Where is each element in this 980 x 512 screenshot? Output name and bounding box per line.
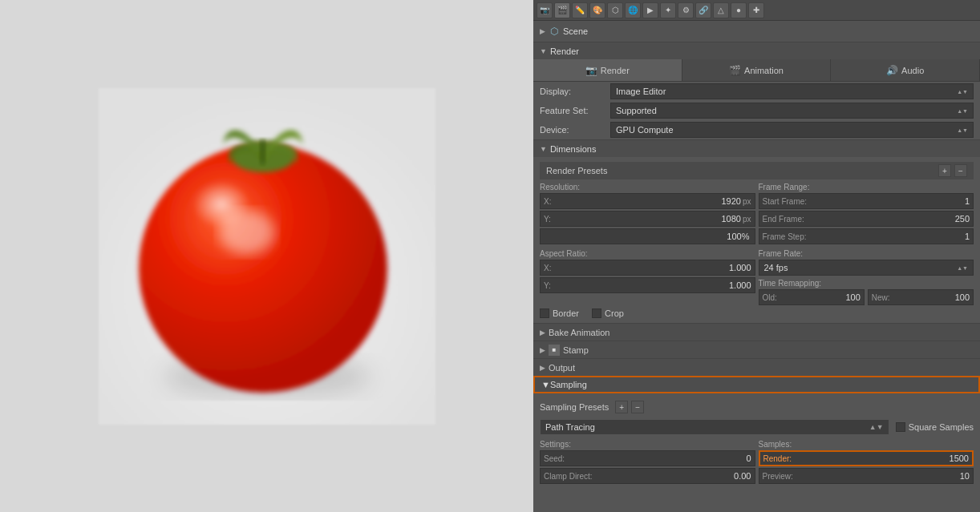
device-dropdown-arrows: ▲▼ [957,127,968,133]
toolbar-icon-extra[interactable]: ✚ [748,2,764,18]
frame-range-label: Frame Range: [759,181,974,193]
settings-header: Settings: [540,438,755,450]
toolbar-icon-physics[interactable]: ⚙ [678,2,694,18]
frame-step-field[interactable]: Frame Step: 1 [759,228,974,244]
display-dropdown[interactable]: Image Editor ▲▼ [610,83,974,99]
output-title: Output [549,363,575,373]
crop-check-item: Crop [592,308,624,318]
frame-step-label: Frame Step: [763,232,807,241]
square-samples-checkbox[interactable] [896,422,905,432]
presets-remove-btn[interactable]: − [954,164,967,177]
device-dropdown[interactable]: GPU Compute ▲▼ [610,122,974,138]
aspect-label: Aspect Ratio: [540,248,755,260]
toolbar-icon-camera[interactable]: 📷 [537,2,553,18]
feature-set-value: Supported [616,106,657,115]
svg-rect-6 [260,140,265,164]
sampling-presets-add[interactable]: + [615,401,628,413]
dropdown-arrows: ▲▼ [957,89,968,95]
output-section[interactable]: ▶ Output [533,358,980,376]
start-frame-value: 1 [810,196,970,206]
sampling-section: ▼ Sampling Sampling Presets + − Path Tra… [533,376,980,490]
path-tracing-row: Path Tracing ▲▼ Square Samples [533,417,980,437]
frame-rate-value: 24 fps [764,263,788,272]
render-tab-label: Render [601,66,630,75]
aspect-x-value: 1.000 [554,263,751,272]
render-section-header[interactable]: ▼ Render [533,42,980,59]
border-checkbox[interactable] [540,308,549,318]
toolbar-icon-brush[interactable]: ✏️ [572,2,588,18]
path-tracing-arrow: ▲▼ [869,423,884,431]
res-x-field[interactable]: X: 1920 px [540,193,755,209]
res-percent-value: 100% [727,232,749,241]
toolbar-icon-material[interactable]: ● [731,2,747,18]
toolbar-icon-constraints[interactable]: 🔗 [695,2,711,18]
border-check-item: Border [540,308,579,318]
render-tab-icon: 📷 [585,65,597,76]
svg-point-2 [139,144,387,393]
sampling-title: Sampling [550,380,587,389]
toolbar-icon-node[interactable]: ⬡ [607,2,623,18]
toolbar-icon-scene[interactable]: ▶ [642,2,658,18]
res-y-value: 1080 [554,214,741,224]
toolbar-icon-data[interactable]: △ [713,2,729,18]
resolution-label: Resolution: [540,181,755,193]
top-toolbar: 📷 🎬 ✏️ 🎨 ⬡ 🌐 ▶ ✦ ⚙ 🔗 △ ● ✚ [533,0,980,21]
crop-label: Crop [605,308,624,318]
old-field[interactable]: Old: 100 [759,289,865,305]
res-x-label: X: [544,197,551,206]
stamp-title: Stamp [563,345,589,355]
toolbar-icon-particles[interactable]: ✦ [660,2,676,18]
clamp-direct-field[interactable]: Clamp Direct: 0.00 [540,468,755,484]
properties-panel: 📷 🎬 ✏️ 🎨 ⬡ 🌐 ▶ ✦ ⚙ 🔗 △ ● ✚ ▶ ⬡ Scene ▼ R… [533,0,980,512]
aspect-y-value: 1.000 [554,280,751,290]
new-value: 100 [893,292,970,302]
sampling-header[interactable]: ▼ Sampling [533,376,980,393]
render-samples-field[interactable]: Render: 1500 [759,450,974,466]
tab-animation[interactable]: 🎬 Animation [682,59,832,81]
toolbar-icon-world[interactable]: 🌐 [625,2,641,18]
toolbar-icon-palette[interactable]: 🎨 [589,2,605,18]
tab-render[interactable]: 📷 Render [533,59,682,81]
tab-audio[interactable]: 🔊 Audio [831,59,980,81]
samples-col: Samples: Render: 1500 Preview: 10 [759,438,974,486]
output-arrow: ▶ [540,364,545,372]
path-tracing-label: Path Tracing [545,422,595,432]
device-label: Device: [540,125,604,135]
settings-samples-row: Settings: Seed: 0 Clamp Direct: 0.00 Sam… [533,437,980,487]
feature-set-dropdown[interactable]: Supported ▲▼ [610,103,974,119]
start-frame-field[interactable]: Start Frame: 1 [759,193,974,209]
end-frame-value: 250 [808,214,970,224]
frame-range-col: Frame Range: Start Frame: 1 End Frame: 2… [759,181,974,246]
resolution-col: Resolution: X: 1920 px Y: 1080 px 100% [540,181,755,246]
toolbar-icon-render[interactable]: 🎬 [554,2,570,18]
settings-col: Settings: Seed: 0 Clamp Direct: 0.00 [540,438,755,486]
res-x-value: 1920 [554,196,740,206]
crop-checkbox[interactable] [592,308,601,318]
sampling-presets-remove[interactable]: − [631,401,644,413]
new-field[interactable]: New: 100 [868,289,974,305]
old-value: 100 [780,292,861,302]
preview-samples-field[interactable]: Preview: 10 [759,468,974,484]
path-tracing-dropdown[interactable]: Path Tracing ▲▼ [540,419,889,435]
end-frame-label: End Frame: [763,215,804,224]
seed-field[interactable]: Seed: 0 [540,450,755,466]
sampling-arrow: ▼ [541,380,550,389]
presets-add-btn[interactable]: + [938,164,951,177]
dimensions-header[interactable]: ▼ Dimensions [533,139,980,157]
border-crop-row: Border Crop [533,307,980,320]
aspect-x-label: X: [544,264,551,272]
aspect-y-field[interactable]: Y: 1.000 [540,277,755,293]
new-label: New: [872,293,890,302]
frame-rate-dropdown[interactable]: 24 fps ▲▼ [759,260,974,276]
aspect-x-field[interactable]: X: 1.000 [540,260,755,276]
res-percent-field[interactable]: 100% [540,228,755,244]
dimensions-content: Render Presets + − Resolution: X: 1920 p… [533,157,980,323]
audio-tab-label: Audio [901,66,924,75]
scene-arrow[interactable]: ▶ [540,27,545,35]
dimensions-arrow: ▼ [540,145,547,153]
end-frame-field[interactable]: End Frame: 250 [759,211,974,227]
bake-animation-section[interactable]: ▶ Bake Animation [533,323,980,341]
res-y-field[interactable]: Y: 1080 px [540,211,755,227]
frame-rate-label: Frame Rate: [759,248,974,260]
stamp-section[interactable]: ▶ ■ Stamp [533,341,980,358]
